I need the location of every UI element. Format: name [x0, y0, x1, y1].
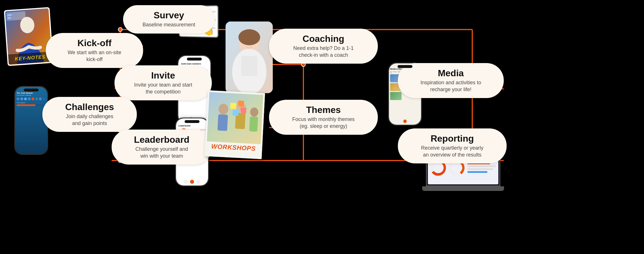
svg-rect-47: [232, 110, 239, 116]
svg-rect-45: [230, 103, 236, 109]
diagram: asht. rge. KEY-NOTES Kick-off We start w…: [0, 0, 644, 254]
challenges-screen: The Cold Shower Cold shower challenge Yo…: [15, 87, 47, 154]
leaderboard-subtitle: Challenge yourself andwin with your team: [122, 146, 202, 159]
reporting-subtitle: Receive quartlerly or yearlyan overview …: [408, 145, 496, 158]
themes-title: Themes: [279, 105, 368, 115]
themes-subtitle: Focus with monthly themes(eg. sleep or e…: [279, 116, 368, 130]
reporting-title: Reporting: [408, 134, 496, 144]
svg-point-17: [118, 28, 122, 32]
svg-rect-37: [241, 56, 257, 76]
svg-rect-44: [249, 116, 258, 132]
media-subtitle: Inspiration and activities torecharge yo…: [408, 79, 493, 93]
kickoff-subtitle: We start with an on-sitekick-off: [56, 49, 133, 63]
invite-title: Invite: [125, 71, 202, 81]
invite-subtitle: Invite your team and startthe competitio…: [125, 82, 202, 95]
svg-point-35: [238, 29, 260, 45]
coaching-pill: Coaching Need extra help? Do a 1-1check-…: [269, 29, 378, 64]
svg-rect-40: [218, 114, 228, 131]
leaderboard-pill: Leaderboard Challenge yourself andwin wi…: [112, 130, 212, 165]
survey-title: Survey: [133, 10, 204, 20]
phone-notch-4: [398, 65, 412, 68]
coaching-title: Coaching: [279, 34, 368, 44]
survey-subtitle: Baseline measurement: [133, 22, 204, 28]
challenges-phone: The Cold Shower Cold shower challenge Yo…: [14, 86, 48, 155]
challenges-pill: Challenges Join daily challengesand gain…: [42, 97, 137, 132]
coaching-subtitle: Need extra help? Do a 1-1check-in with a…: [279, 45, 368, 58]
kickoff-pill: Kick-off We start with an on-sitekick-of…: [46, 33, 143, 68]
keynotes-image: asht. rge. KEY-NOTES: [4, 7, 53, 66]
leaderboard-title: Leaderboard: [122, 135, 202, 145]
reporting-pill: Reporting Receive quartlerly or yearlyan…: [398, 128, 507, 163]
challenges-title: Challenges: [53, 102, 127, 112]
workshops-image: WORKSHOPS: [204, 90, 265, 159]
kickoff-title: Kick-off: [56, 38, 133, 48]
laptop-base: [422, 186, 504, 191]
invite-pill: Invite Invite your team and startthe com…: [114, 65, 212, 100]
media-title: Media: [408, 68, 493, 78]
phone-notch-3: [185, 120, 199, 123]
media-pill: Media Inspiration and activities torecha…: [398, 63, 504, 98]
svg-rect-28: [6, 11, 26, 21]
themes-pill: Themes Focus with monthly themes(eg. sle…: [269, 100, 378, 135]
svg-text:asht.: asht.: [7, 14, 12, 16]
coaching-photo: [226, 22, 273, 93]
survey-pill: Survey Baseline measurement: [123, 5, 215, 34]
phone-notch-2: [24, 89, 39, 91]
workshops-label: WORKSHOPS: [206, 142, 260, 153]
challenges-subtitle: Join daily challengesand gain points: [53, 113, 127, 127]
phone-notch: [187, 58, 202, 60]
